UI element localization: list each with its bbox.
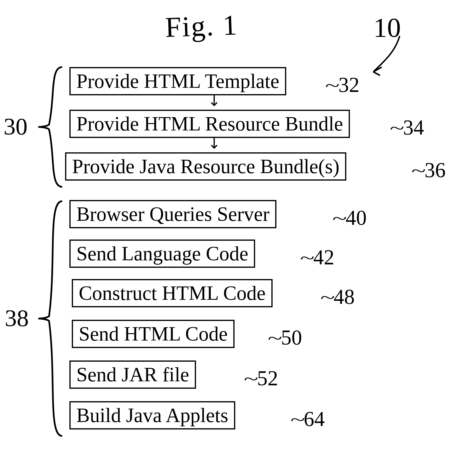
step-text: Send HTML Code (79, 323, 228, 345)
step-text: Provide Java Resource Bundle(s) (72, 155, 339, 178)
step-ref: ~36 (414, 160, 446, 181)
group-30-label: 30 (4, 113, 27, 140)
step-ref: ~52 (246, 368, 278, 389)
flow-arrow-icon (209, 138, 219, 151)
step-box: Build Java Applets (69, 401, 235, 429)
step-ref: ~64 (293, 408, 325, 429)
step-text: Send Language Code (76, 242, 248, 265)
main-reference-arrow-icon (369, 31, 412, 79)
group-38-label: 38 (5, 304, 29, 332)
step-ref: ~42 (303, 247, 334, 268)
step-text: Send JAR file (76, 363, 189, 386)
step-box: Provide Java Resource Bundle(s) (65, 152, 346, 181)
group-30-brace-icon (36, 65, 65, 189)
step-ref: ~34 (392, 117, 424, 138)
step-ref: ~32 (328, 74, 359, 95)
step-ref: ~40 (335, 207, 367, 228)
figure-title: Fig. 1 (165, 8, 239, 44)
step-box: Send JAR file (69, 360, 196, 389)
step-text: Construct HTML Code (79, 282, 266, 304)
flow-arrow-icon (209, 95, 219, 108)
step-text: Provide HTML Template (76, 70, 279, 92)
step-text: Build Java Applets (76, 404, 228, 426)
step-box: Provide HTML Resource Bundle (69, 110, 350, 138)
step-box: Browser Queries Server (69, 200, 277, 228)
step-box: Send HTML Code (72, 320, 234, 348)
group-38-brace-icon (36, 199, 65, 438)
step-box: Construct HTML Code (72, 279, 273, 307)
step-ref: ~48 (323, 286, 355, 307)
step-text: Browser Queries Server (76, 203, 269, 225)
step-box: Send Language Code (69, 240, 255, 268)
step-ref: ~50 (270, 327, 302, 348)
step-box: Provide HTML Template (69, 67, 286, 95)
step-text: Provide HTML Resource Bundle (76, 113, 343, 135)
